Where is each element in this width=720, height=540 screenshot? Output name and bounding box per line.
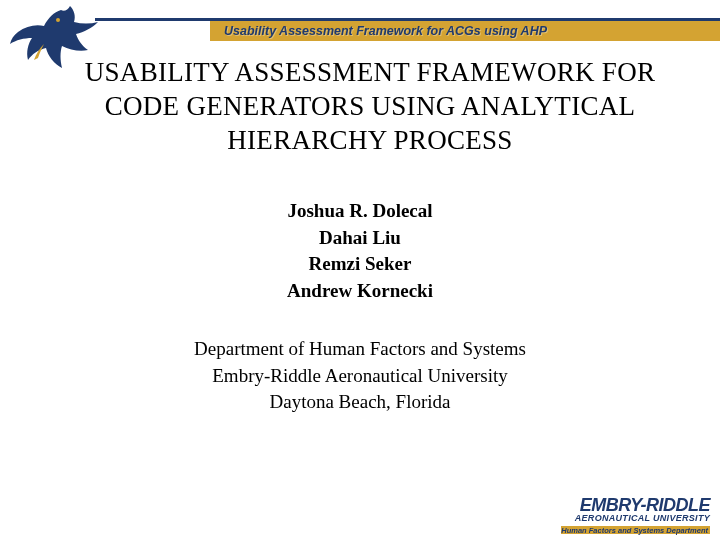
affiliation-line: Department of Human Factors and Systems (0, 336, 720, 363)
footer-subtitle: AERONAUTICAL UNIVERSITY (561, 514, 710, 524)
footer-gold-bar: Human Factors and Systems Department (561, 526, 710, 534)
author-line: Remzi Seker (0, 251, 720, 278)
svg-point-0 (56, 18, 60, 22)
footer-brand: EMBRY-RIDDLE (561, 496, 710, 514)
affiliation-block: Department of Human Factors and Systems … (0, 336, 720, 416)
author-line: Dahai Liu (0, 225, 720, 252)
header-banner-text: Usability Assessment Framework for ACGs … (224, 24, 547, 38)
footer-department: Human Factors and Systems Department (561, 526, 708, 535)
affiliation-line: Embry-Riddle Aeronautical University (0, 363, 720, 390)
header-bar: Usability Assessment Framework for ACGs … (95, 18, 720, 44)
author-line: Andrew Kornecki (0, 278, 720, 305)
slide-title: USABILITY ASSESSMENT FRAMEWORK FOR CODE … (70, 56, 670, 157)
footer-logo: EMBRY-RIDDLE AERONAUTICAL UNIVERSITY Hum… (561, 496, 710, 534)
affiliation-line: Daytona Beach, Florida (0, 389, 720, 416)
author-line: Joshua R. Dolecal (0, 198, 720, 225)
header-banner: Usability Assessment Framework for ACGs … (210, 21, 720, 41)
authors-block: Joshua R. Dolecal Dahai Liu Remzi Seker … (0, 198, 720, 304)
